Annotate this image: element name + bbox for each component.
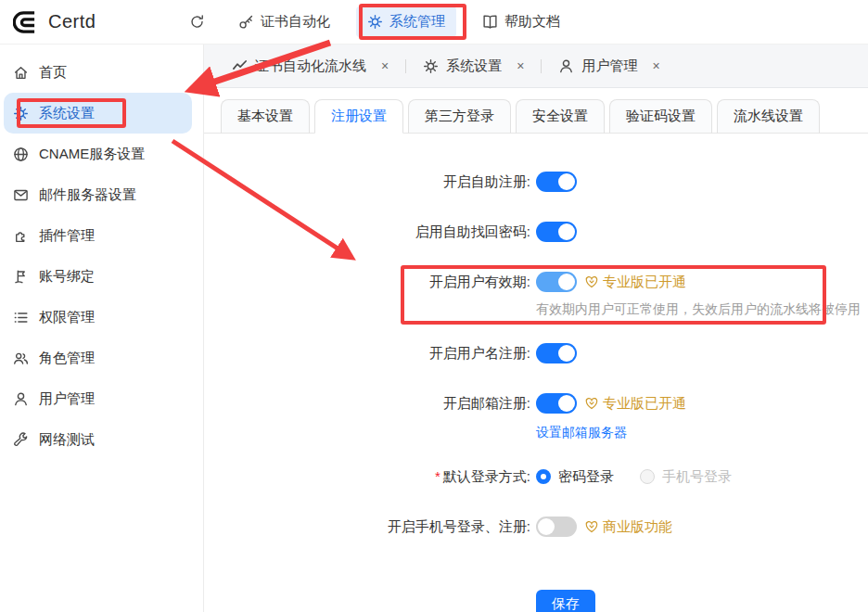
username-register-toggle[interactable]: [536, 343, 577, 363]
sidebar-item-label: 权限管理: [39, 309, 95, 326]
sidebar-item-user-management[interactable]: 用户管理: [4, 378, 192, 419]
app-title: Certd: [48, 11, 96, 32]
user-icon: [558, 58, 574, 74]
book-icon: [482, 14, 498, 30]
flag-icon: [13, 269, 29, 285]
sidebar: 首页 系统设置 CNAME服务设置 邮件服务器设置 插件管理 账号绑定 权: [0, 45, 204, 612]
gear-icon: [367, 14, 383, 30]
nav-label: 帮助文档: [504, 13, 560, 31]
form-row-phone-login-register: 开启手机号登录、注册: 商业版功能: [204, 512, 868, 542]
sidebar-item-label: CNAME服务设置: [39, 146, 145, 163]
tab-basic-settings[interactable]: 基本设置: [221, 99, 310, 134]
vip-icon: [584, 396, 599, 411]
sidebar-item-label: 角色管理: [39, 350, 95, 367]
page-tab-label: 证书自动化流水线: [255, 57, 366, 75]
home-icon: [13, 65, 29, 81]
form-row-self-register: 开启自助注册:: [204, 167, 868, 197]
sidebar-item-label: 首页: [39, 64, 67, 82]
field-label: 开启用户有效期:: [204, 267, 530, 318]
email-register-toggle[interactable]: [536, 393, 577, 414]
field-label: 开启手机号登录、注册:: [204, 512, 530, 542]
nav-label: 系统管理: [389, 13, 445, 31]
list-icon: [13, 310, 29, 325]
form-row-default-login: *默认登录方式: 密码登录 手机号登录: [204, 462, 868, 491]
app-header: Certd 证书自动化 系统管理 帮助文档: [0, 0, 868, 45]
key-icon: [238, 14, 254, 30]
page-tab-pipeline[interactable]: 证书自动化流水线 ×: [226, 57, 394, 75]
page-tab-user-management[interactable]: 用户管理 ×: [553, 57, 665, 75]
sidebar-item-label: 用户管理: [39, 390, 95, 408]
close-icon[interactable]: ×: [652, 58, 659, 73]
wrench-icon: [13, 432, 29, 448]
tab-register-settings[interactable]: 注册设置: [314, 99, 403, 134]
password-recovery-toggle[interactable]: [536, 222, 577, 242]
sidebar-item-label: 系统设置: [39, 105, 95, 122]
globe-icon: [13, 147, 29, 162]
gear-icon: [13, 106, 29, 121]
sidebar-item-label: 账号绑定: [39, 268, 95, 286]
tab-security-settings[interactable]: 安全设置: [516, 99, 605, 134]
sidebar-item-account-binding[interactable]: 账号绑定: [4, 256, 192, 297]
field-label: 开启邮箱注册:: [204, 389, 530, 441]
users-icon: [13, 351, 29, 366]
close-icon[interactable]: ×: [381, 58, 389, 73]
required-asterisk: *: [435, 468, 440, 484]
sidebar-item-permission-management[interactable]: 权限管理: [4, 297, 192, 338]
page-tab-label: 用户管理: [581, 57, 637, 75]
pro-version-badge: 专业版已开通: [584, 395, 686, 413]
sidebar-item-system-settings[interactable]: 系统设置: [4, 93, 192, 134]
radio-label: 密码登录: [558, 468, 614, 486]
page-tab-system-settings[interactable]: 系统设置 ×: [417, 57, 530, 75]
tab-captcha-settings[interactable]: 验证码设置: [609, 99, 712, 134]
form-row-password-recovery: 启用自助找回密码:: [204, 217, 868, 247]
radio-phone-login[interactable]: [640, 469, 655, 484]
settings-content: 基本设置 注册设置 第三方登录 安全设置 验证码设置 流水线设置 开启自助注册:…: [204, 88, 868, 612]
user-validity-toggle[interactable]: [536, 272, 577, 292]
close-icon[interactable]: ×: [517, 58, 524, 73]
commercial-version-badge: 商业版功能: [584, 518, 672, 536]
form-row-username-register: 开启用户名注册:: [204, 338, 868, 368]
page-tab-bar: 证书自动化流水线 × 系统设置 × 用户管理 ×: [204, 45, 868, 88]
app-logo: Certd: [0, 9, 182, 35]
header-nav: 证书自动化 系统管理 帮助文档: [182, 6, 571, 37]
sidebar-item-plugin-management[interactable]: 插件管理: [4, 215, 192, 256]
badge-label: 专业版已开通: [603, 395, 686, 413]
page-tab-label: 系统设置: [446, 57, 502, 75]
nav-help-docs[interactable]: 帮助文档: [471, 6, 571, 37]
refresh-button[interactable]: [182, 7, 212, 36]
main-area: 证书自动化流水线 × 系统设置 × 用户管理 × 基本设置: [204, 45, 868, 612]
register-settings-form: 开启自助注册: 启用自助找回密码: 开启用户有效期:: [204, 134, 868, 612]
phone-login-toggle[interactable]: [536, 516, 577, 537]
form-row-email-register: 开启邮箱注册: 专业版已开通 设置邮箱服务器: [204, 389, 868, 441]
settings-tabs: 基本设置 注册设置 第三方登录 安全设置 验证码设置 流水线设置: [204, 88, 868, 134]
certd-logo-icon: [13, 9, 39, 35]
sidebar-item-cname-service[interactable]: CNAME服务设置: [4, 134, 192, 174]
vip-icon: [584, 274, 599, 289]
sidebar-item-role-management[interactable]: 角色管理: [4, 338, 192, 378]
badge-label: 商业版功能: [603, 518, 672, 536]
mail-server-link[interactable]: 设置邮箱服务器: [536, 423, 627, 441]
sidebar-item-mail-server[interactable]: 邮件服务器设置: [4, 174, 192, 215]
nav-system-management[interactable]: 系统管理: [356, 6, 456, 37]
form-row-user-validity: 开启用户有效期: 专业版已开通 有效期内用户可正常使用，失效后用户的流水线将被停…: [204, 267, 868, 318]
sidebar-item-label: 插件管理: [39, 227, 95, 245]
radio-label: 手机号登录: [662, 468, 732, 486]
puzzle-icon: [13, 228, 29, 244]
save-button[interactable]: 保存: [536, 590, 595, 612]
tab-third-party-login[interactable]: 第三方登录: [408, 99, 511, 134]
sidebar-item-network-test[interactable]: 网络测试: [4, 419, 192, 460]
tab-divider: [405, 59, 406, 73]
nav-cert-automation[interactable]: 证书自动化: [227, 6, 341, 37]
badge-label: 专业版已开通: [603, 274, 686, 291]
tab-pipeline-settings[interactable]: 流水线设置: [717, 99, 820, 134]
self-register-toggle[interactable]: [536, 172, 577, 192]
field-label: 开启用户名注册:: [204, 338, 530, 368]
mail-icon: [13, 187, 29, 203]
radio-password-login[interactable]: [536, 469, 551, 484]
nav-label: 证书自动化: [261, 13, 330, 31]
sidebar-item-label: 邮件服务器设置: [39, 186, 136, 204]
field-label: 开启自助注册:: [204, 167, 530, 197]
pipeline-icon: [232, 58, 248, 74]
sidebar-item-home[interactable]: 首页: [4, 52, 192, 93]
tab-divider: [541, 59, 542, 73]
